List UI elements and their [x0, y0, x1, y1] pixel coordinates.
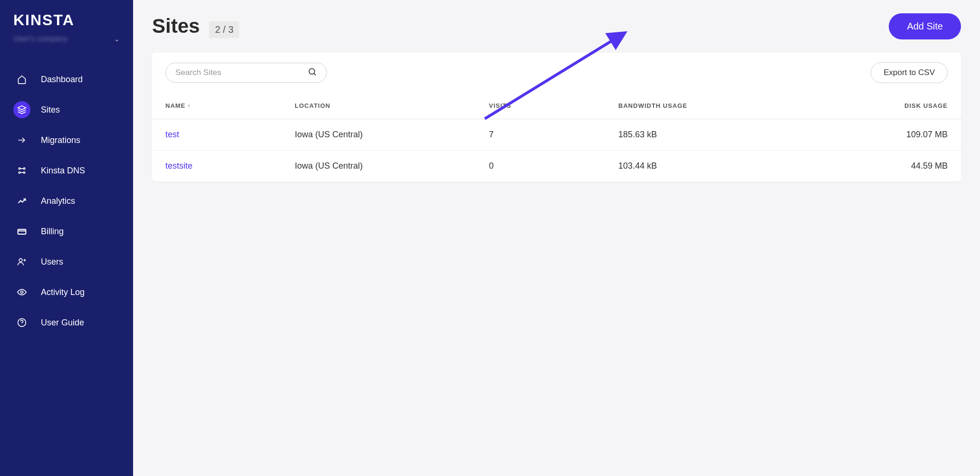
help-icon [17, 318, 27, 327]
sort-asc-icon: ↑ [187, 103, 191, 109]
table-row[interactable]: test Iowa (US Central) 7 185.63 kB 109.0… [152, 119, 961, 151]
sidebar-item-user-guide[interactable]: User Guide [0, 307, 133, 338]
svg-rect-5 [18, 229, 26, 234]
sidebar-item-activity-log[interactable]: Activity Log [0, 277, 133, 307]
search-icon [307, 67, 317, 78]
export-csv-button[interactable]: Export to CSV [871, 62, 948, 83]
billing-icon [17, 227, 27, 236]
sidebar-item-label: Billing [41, 227, 64, 237]
sidebar-item-dns[interactable]: Kinsta DNS [0, 155, 133, 186]
brand-logo: KINSTA [0, 11, 133, 35]
sidebar-item-billing[interactable]: Billing [0, 216, 133, 247]
sites-table: NAME↑ LOCATION VISITS BANDWIDTH USAGE DI… [152, 93, 961, 181]
site-count-badge: 2 / 3 [209, 21, 239, 38]
svg-point-1 [19, 168, 20, 169]
sidebar-item-label: Activity Log [41, 287, 85, 297]
cell-bandwidth: 185.63 kB [605, 119, 799, 151]
sidebar-item-label: Sites [41, 105, 60, 115]
nav-list: Dashboard Sites Migrations Kinsta DNS An… [0, 55, 133, 338]
svg-point-4 [23, 172, 25, 173]
site-link[interactable]: testsite [165, 161, 192, 171]
site-link[interactable]: test [165, 130, 179, 139]
panel-toolbar: Export to CSV [152, 53, 961, 93]
main-content: Sites 2 / 3 Add Site Export to CSV NAME↑… [133, 0, 980, 476]
sidebar-item-dashboard[interactable]: Dashboard [0, 64, 133, 95]
cell-disk: 109.07 MB [799, 119, 961, 151]
sidebar: KINSTA User's company ⌄ Dashboard Sites … [0, 0, 133, 476]
add-site-button[interactable]: Add Site [889, 13, 961, 39]
sidebar-item-migrations[interactable]: Migrations [0, 125, 133, 155]
sidebar-item-label: Dashboard [41, 75, 83, 85]
svg-marker-0 [18, 106, 26, 110]
svg-point-3 [19, 172, 20, 173]
svg-point-2 [23, 168, 25, 169]
sidebar-item-label: Migrations [41, 135, 80, 145]
migrate-icon [17, 135, 27, 145]
col-bandwidth[interactable]: BANDWIDTH USAGE [605, 93, 799, 119]
col-location[interactable]: LOCATION [281, 93, 475, 119]
sidebar-item-analytics[interactable]: Analytics [0, 186, 133, 216]
layers-icon [17, 105, 27, 114]
users-icon [17, 257, 27, 267]
cell-bandwidth: 103.44 kB [605, 151, 799, 182]
svg-line-14 [314, 73, 316, 75]
sidebar-item-label: Users [41, 257, 63, 267]
sidebar-item-users[interactable]: Users [0, 247, 133, 277]
page-header: Sites 2 / 3 Add Site [152, 13, 961, 39]
cell-disk: 44.59 MB [799, 151, 961, 182]
cell-visits: 7 [476, 119, 605, 151]
col-name[interactable]: NAME↑ [152, 93, 281, 119]
search-input[interactable] [175, 68, 307, 77]
svg-point-10 [21, 291, 23, 294]
sidebar-item-label: Kinsta DNS [41, 166, 85, 176]
chevron-down-icon: ⌄ [114, 35, 120, 43]
title-group: Sites 2 / 3 [152, 15, 239, 38]
cell-location: Iowa (US Central) [281, 151, 475, 182]
svg-point-7 [19, 258, 22, 262]
sidebar-item-sites[interactable]: Sites [0, 95, 133, 125]
search-wrap [165, 63, 327, 83]
col-visits[interactable]: VISITS [476, 93, 605, 119]
company-name: User's company [13, 35, 67, 43]
cell-location: Iowa (US Central) [281, 119, 475, 151]
dns-icon [17, 166, 27, 175]
svg-point-13 [309, 68, 315, 74]
col-disk[interactable]: DISK USAGE [799, 93, 961, 119]
sites-panel: Export to CSV NAME↑ LOCATION VISITS BAND… [152, 53, 961, 181]
cell-visits: 0 [476, 151, 605, 182]
sidebar-item-label: Analytics [41, 196, 75, 206]
page-title: Sites [152, 15, 200, 38]
home-icon [17, 75, 27, 84]
eye-icon [17, 287, 27, 297]
company-selector[interactable]: User's company ⌄ [0, 35, 133, 55]
table-row[interactable]: testsite Iowa (US Central) 0 103.44 kB 4… [152, 151, 961, 182]
analytics-icon [17, 196, 27, 206]
sidebar-item-label: User Guide [41, 318, 84, 328]
